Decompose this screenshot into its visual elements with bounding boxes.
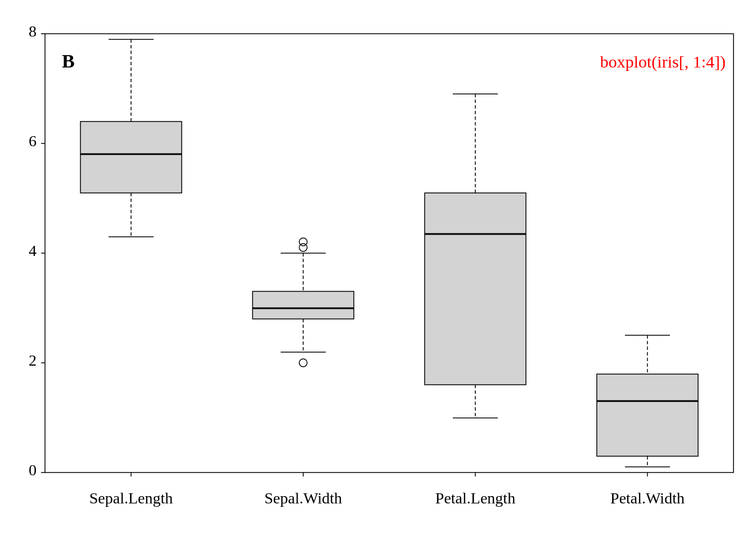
y-label-2: 2 <box>29 352 37 369</box>
chart-label-b: B <box>62 51 75 71</box>
x-label-1: Sepal.Length <box>89 489 173 507</box>
code-label: boxplot(iris[, 1:4]) <box>600 52 726 71</box>
y-label-6: 6 <box>29 132 37 150</box>
chart-container: 0 2 4 6 8 Sepal.Length Sepal.Width Petal… <box>0 0 756 540</box>
x-label-4: Petal.Width <box>610 489 685 507</box>
y-label-4: 4 <box>29 242 37 259</box>
pw-box <box>597 374 698 456</box>
y-label-8: 8 <box>29 22 37 40</box>
sl-box <box>80 122 182 193</box>
boxplot-chart: 0 2 4 6 8 Sepal.Length Sepal.Width Petal… <box>0 0 756 540</box>
y-label-0: 0 <box>29 461 37 479</box>
sw-box <box>253 291 354 319</box>
pl-box <box>425 193 526 385</box>
x-label-2: Sepal.Width <box>264 489 342 507</box>
x-label-3: Petal.Length <box>435 489 515 507</box>
